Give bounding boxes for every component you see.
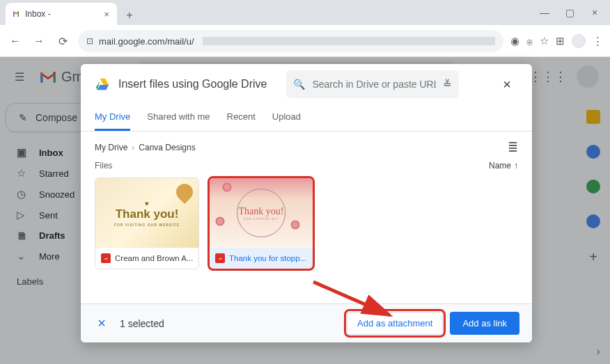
breadcrumb-folder[interactable]: Canva Designs [139, 143, 195, 152]
file-name: Cream and Brown A... [115, 254, 194, 262]
dialog-title: Insert files using Google Drive [118, 78, 267, 90]
url-bar[interactable]: ⊡ mail.google.com/mail/u/ [78, 30, 503, 52]
maximize-icon[interactable]: ▢ [563, 7, 577, 18]
site-info-icon[interactable]: ⊡ [86, 36, 93, 46]
sort-label[interactable]: Name [489, 161, 511, 171]
browser-tab[interactable]: Inbox - × [6, 3, 117, 25]
list-view-icon[interactable]: ≣ [508, 140, 518, 155]
breadcrumb-root[interactable]: My Drive [95, 143, 127, 152]
new-tab-button[interactable]: + [120, 6, 139, 25]
chevron-right-icon: › [132, 143, 134, 152]
search-icon: 🔍 [293, 79, 305, 90]
drive-picker-dialog: Insert files using Google Drive 🔍 ≚ × My… [81, 64, 532, 342]
cancel-selection-button[interactable]: × [93, 315, 110, 332]
sort-arrow-icon[interactable]: ↑ [514, 161, 518, 171]
browser-profile-icon[interactable] [572, 34, 586, 48]
minimize-icon[interactable]: — [538, 7, 552, 18]
drive-icon [95, 77, 110, 92]
browser-menu-icon[interactable]: ⋮ [593, 35, 603, 47]
tab-upload[interactable]: Upload [272, 104, 301, 131]
file-card[interactable]: ♥ Thank you! FOR VISITING OUR WEBSITE Cr… [95, 177, 199, 269]
gmail-favicon-icon [11, 9, 21, 19]
bookmark-icon[interactable]: ☆ [540, 35, 549, 47]
eye-icon[interactable]: ◉ [510, 35, 519, 47]
add-as-attachment-button[interactable]: Add as attachment [347, 312, 443, 335]
file-thumbnail: Thank you! FOR STOPING BY! [210, 178, 313, 248]
tab-close-icon[interactable]: × [102, 9, 111, 19]
extensions-icon[interactable]: ⊞ [556, 35, 565, 47]
back-icon[interactable]: ← [7, 33, 24, 49]
expand-panel-icon[interactable]: › [596, 345, 600, 358]
file-card-selected[interactable]: Thank you! FOR STOPING BY! Thank you for… [209, 177, 313, 269]
url-text: mail.google.com/mail/u/ [99, 36, 194, 47]
tab-shared[interactable]: Shared with me [147, 104, 210, 131]
file-thumbnail: ♥ Thank you! FOR VISITING OUR WEBSITE [95, 178, 198, 248]
reload-icon[interactable]: ⟳ [54, 33, 71, 49]
url-redacted [203, 37, 495, 45]
selection-count: 1 selected [120, 318, 164, 329]
tab-my-drive[interactable]: My Drive [95, 104, 130, 131]
drive-search[interactable]: 🔍 ≚ [286, 70, 459, 98]
files-label: Files [95, 161, 112, 171]
tab-title: Inbox - [25, 9, 97, 19]
search-tune-icon[interactable]: ≚ [443, 78, 452, 90]
close-dialog-button[interactable]: × [496, 73, 518, 95]
add-as-link-button[interactable]: Add as link [450, 312, 519, 335]
drive-search-input[interactable] [312, 79, 436, 90]
share-icon[interactable]: ⍟ [526, 35, 533, 47]
image-file-icon [215, 253, 225, 263]
tab-recent[interactable]: Recent [227, 104, 256, 131]
forward-icon[interactable]: → [31, 33, 47, 49]
file-name: Thank you for stopp... [229, 254, 306, 262]
close-window-icon[interactable]: × [588, 7, 602, 18]
image-file-icon [101, 253, 111, 263]
